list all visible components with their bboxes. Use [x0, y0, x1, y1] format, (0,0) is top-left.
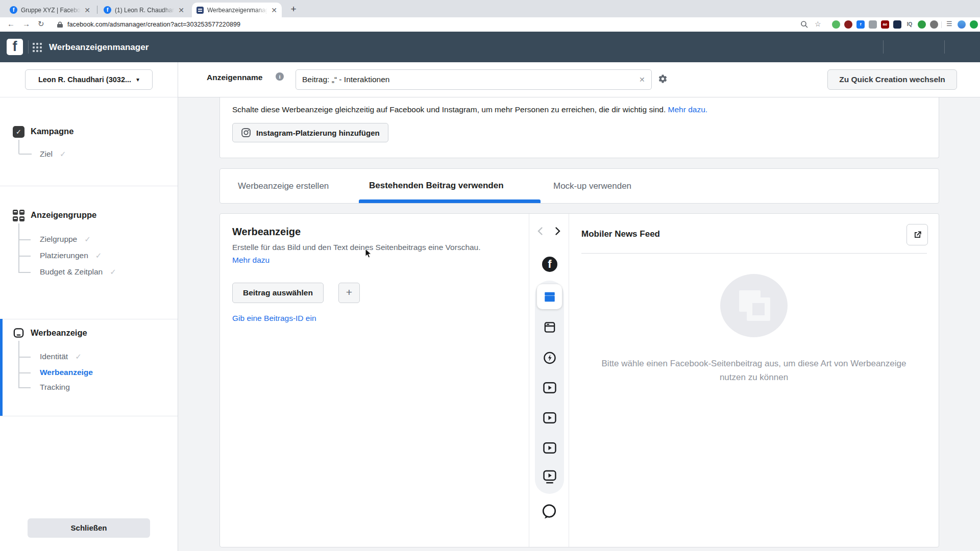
sidebar-item-label: Tracking	[40, 383, 70, 392]
add-instagram-placement-button[interactable]: Instagram-Platzierung hinzufügen	[232, 123, 388, 142]
browser-profile-avatar[interactable]	[958, 20, 966, 29]
sidebar-item-label: Budget & Zeitplan	[40, 267, 103, 277]
desktop-feed-icon[interactable]	[543, 321, 556, 334]
check-icon	[60, 149, 66, 159]
active-tab-indicator	[359, 199, 541, 203]
extension-ae-icon[interactable]: ae	[881, 20, 889, 29]
adset-icon	[13, 210, 24, 221]
notice-more-link[interactable]: Mehr dazu.	[668, 105, 708, 114]
tree-connector	[18, 387, 31, 388]
tab-close-icon[interactable]: ✕	[178, 7, 184, 14]
video-feed-icon-3[interactable]	[543, 442, 556, 454]
extension-icon-5[interactable]	[918, 20, 926, 29]
extension-icon-1[interactable]	[832, 20, 840, 29]
facebook-logo[interactable]	[7, 39, 23, 55]
extension-icon-7[interactable]	[970, 20, 978, 29]
ad-name-label: Anzeigenname	[207, 73, 262, 82]
bookmark-star-icon[interactable]: ☆	[815, 20, 821, 28]
tab-title: Werbeanzeigenmanager - Crea	[207, 7, 267, 14]
tree-connector	[18, 140, 32, 155]
open-preview-external-button[interactable]	[906, 224, 928, 245]
previous-preview-icon[interactable]	[535, 226, 546, 236]
facebook-placement-icon[interactable]	[542, 257, 557, 272]
enter-post-id-link[interactable]: Gib eine Beitrags-ID ein	[232, 314, 316, 323]
ad-panel-more-link[interactable]: Mehr dazu	[232, 256, 270, 265]
sidebar-item-platzierungen[interactable]: Platzierungen	[40, 251, 102, 260]
divider	[0, 416, 178, 416]
extension-icon-4[interactable]	[893, 20, 901, 29]
account-selector[interactable]: Leon R. Chaudhari (3032...	[25, 69, 153, 90]
ad-panel-description: Erstelle für das Bild und den Text deine…	[232, 243, 481, 252]
tree-connector	[18, 272, 31, 273]
sidebar-item-tracking[interactable]: Tracking	[40, 383, 70, 392]
info-icon[interactable]: i	[276, 72, 284, 81]
facebook-favicon	[104, 6, 111, 14]
tab-title: (1) Leon R. Chaudhari | Facebo	[115, 7, 175, 14]
tree-connector	[18, 341, 19, 388]
tab-close-icon[interactable]: ✕	[84, 7, 90, 14]
ad-name-input[interactable]: Beitrag: „“ - Interaktionen	[296, 69, 652, 90]
account-selector-label: Leon R. Chaudhari (3032...	[38, 76, 131, 84]
creation-mode-tabs: Werbeanzeige erstellen Bestehenden Beitr…	[219, 168, 939, 204]
app-title: Werbeanzeigenmanager	[49, 42, 149, 53]
browser-tab-2[interactable]: (1) Leon R. Chaudhari | Facebo ✕	[99, 3, 189, 17]
sidebar-section-campaign[interactable]: Kampagne	[31, 127, 74, 136]
padlock-icon	[57, 21, 63, 28]
instagram-notice-text: Schalte diese Werbeanzeige gleichzeitig …	[232, 105, 707, 114]
reload-icon[interactable]: ↻	[38, 19, 44, 29]
add-post-button[interactable]: +	[338, 283, 360, 303]
quick-creation-button[interactable]: Zu Quick Creation wechseln	[827, 69, 957, 90]
browser-tab-1[interactable]: Gruppe XYZ | Facebook ✕	[5, 3, 95, 17]
sidebar-item-werbeanzeige-active[interactable]: Werbeanzeige	[40, 368, 93, 377]
sidebar-item-ziel[interactable]: Ziel	[40, 149, 66, 159]
sidebar-item-label: Platzierungen	[40, 251, 88, 260]
mouse-cursor	[365, 248, 372, 259]
format-mobile-feed-selected[interactable]	[537, 284, 562, 309]
divider	[0, 97, 178, 97]
sidebar-item-budget-zeitplan[interactable]: Budget & Zeitplan	[40, 267, 116, 277]
tab-use-mockup[interactable]: Mock-up verwenden	[553, 181, 631, 191]
ad-name-settings-gear-icon[interactable]	[658, 74, 668, 84]
app-grid-icon[interactable]	[33, 43, 42, 52]
sidebar-section-adset[interactable]: Anzeigengruppe	[31, 210, 96, 220]
video-tv-icon[interactable]	[543, 470, 556, 484]
check-icon	[110, 267, 116, 277]
sidebar-item-label: Ziel	[40, 149, 53, 159]
divider	[941, 21, 942, 28]
video-feed-icon-1[interactable]	[543, 382, 556, 394]
reading-list-icon[interactable]: ☰	[946, 20, 952, 28]
close-button[interactable]: Schließen	[28, 518, 150, 538]
next-preview-icon[interactable]	[552, 226, 562, 236]
tab-separator	[97, 6, 97, 14]
messenger-icon[interactable]	[541, 503, 558, 520]
tab-create-ad[interactable]: Werbeanzeige erstellen	[238, 181, 329, 191]
clear-input-icon[interactable]: ✕	[639, 76, 645, 84]
url-text[interactable]: facebook.com/adsmanager/creation?act=303…	[67, 21, 240, 28]
extension-icon-2[interactable]	[844, 20, 852, 29]
tab-close-icon[interactable]: ✕	[271, 7, 277, 14]
campaign-icon	[13, 126, 24, 138]
app-header: Werbeanzeigenmanager Suche Leon ?	[0, 32, 980, 62]
forward-icon[interactable]: →	[22, 19, 30, 28]
extension-facebook-icon[interactable]: f	[856, 20, 865, 29]
tree-connector	[18, 223, 19, 273]
tab-use-existing-post[interactable]: Bestehenden Beitrag verwenden	[369, 181, 504, 191]
select-post-button[interactable]: Beitrag auswählen	[232, 283, 324, 303]
instant-article-lightning-icon[interactable]	[543, 351, 556, 365]
browser-tab-active[interactable]: Werbeanzeigenmanager - Crea ✕	[192, 3, 282, 17]
tab-title: Gruppe XYZ | Facebook	[21, 7, 81, 14]
check-icon	[95, 251, 102, 260]
divider	[28, 40, 29, 54]
new-tab-button[interactable]: +	[287, 3, 300, 16]
zoom-lens-icon[interactable]	[800, 20, 808, 29]
sidebar-item-zielgruppe[interactable]: Zielgruppe	[40, 235, 91, 244]
back-icon[interactable]: ←	[7, 19, 15, 28]
extension-icon-6[interactable]	[930, 20, 938, 29]
button-label: Instagram-Platzierung hinzufügen	[256, 129, 380, 137]
extension-icon-3[interactable]	[869, 20, 877, 29]
sidebar-item-identitaet[interactable]: Identität	[40, 352, 82, 361]
sidebar-item-label: Zielgruppe	[40, 235, 77, 244]
extension-iq-icon[interactable]: IQ	[905, 20, 914, 29]
sidebar-section-ad[interactable]: Werbeanzeige	[31, 328, 87, 338]
video-feed-icon-2[interactable]	[543, 412, 556, 424]
